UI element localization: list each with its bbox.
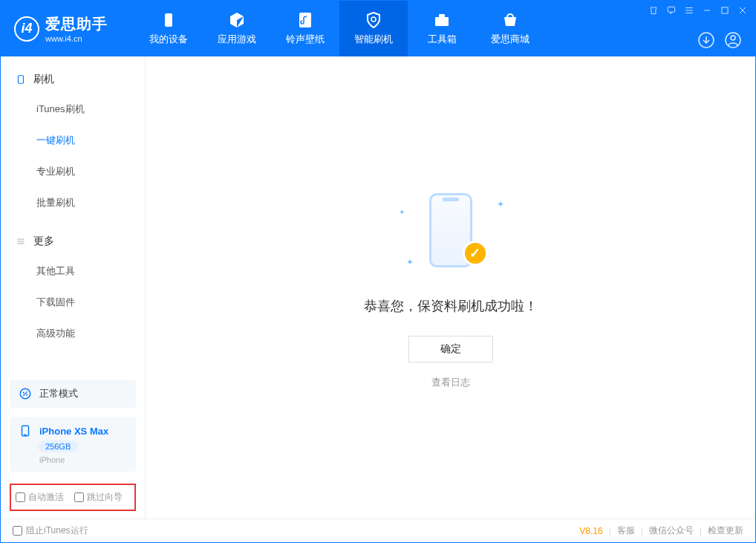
skip-wizard-checkbox[interactable]: 跳过向导 (74, 491, 123, 504)
success-message: 恭喜您，保资料刷机成功啦！ (364, 297, 538, 315)
sidebar-item-other-tools[interactable]: 其他工具 (1, 256, 145, 287)
body: 刷机 iTunes刷机 一键刷机 专业刷机 批量刷机 更多 其他工具 下载固件 … (1, 56, 755, 518)
sidebar-group-more[interactable]: 更多 (1, 227, 145, 256)
svg-rect-0 (165, 13, 172, 27)
svg-point-21 (23, 391, 25, 393)
feedback-icon[interactable] (666, 5, 677, 16)
device-name: iPhone XS Max (39, 426, 108, 437)
check-icon: ✓ (463, 241, 488, 266)
mode-label: 正常模式 (39, 387, 78, 400)
window-controls (648, 5, 748, 16)
sidebar-group-flash[interactable]: 刷机 (1, 65, 145, 94)
version-label: V8.16 (579, 526, 602, 536)
device-storage: 256GB (38, 440, 78, 452)
list-icon (16, 236, 26, 247)
svg-rect-3 (435, 17, 449, 26)
logo-title: 爱思助手 (45, 14, 108, 34)
download-icon[interactable] (697, 31, 715, 49)
menu-icon[interactable] (684, 5, 694, 16)
cube-icon (228, 11, 246, 29)
nav-tabs: 我的设备 应用游戏 铃声壁纸 智能刷机 工具箱 爱思商城 (134, 1, 544, 56)
ok-button[interactable]: 确定 (408, 336, 493, 362)
mode-card[interactable]: 正常模式 (10, 380, 136, 408)
footer-link-support[interactable]: 客服 (617, 524, 635, 537)
svg-rect-1 (299, 13, 311, 27)
app-window: i4 爱思助手 www.i4.cn 我的设备 应用游戏 铃声壁纸 智能刷机 工具… (0, 0, 756, 543)
logo-subtitle: www.i4.cn (45, 34, 108, 43)
user-icon[interactable] (724, 31, 742, 49)
sidebar-item-batch-flash[interactable]: 批量刷机 (1, 187, 145, 218)
svg-rect-5 (668, 7, 674, 12)
success-illustration: ✦ ✦ ✦ ✓ (391, 186, 510, 275)
close-icon[interactable] (737, 5, 748, 16)
footer: 阻止iTunes运行 V8.16 | 客服 | 微信公众号 | 检查更新 (1, 518, 755, 542)
phone-icon (16, 74, 26, 85)
tshirt-icon[interactable] (648, 5, 659, 16)
sidebar-item-pro-flash[interactable]: 专业刷机 (1, 156, 145, 187)
device-phone-icon (19, 424, 32, 438)
main-panel: ✦ ✦ ✦ ✓ 恭喜您，保资料刷机成功啦！ 确定 查看日志 (146, 56, 755, 518)
svg-rect-16 (19, 76, 24, 84)
nav-tab-flash[interactable]: 智能刷机 (339, 1, 408, 56)
toolbox-icon (433, 11, 451, 29)
svg-rect-4 (439, 14, 445, 17)
logo[interactable]: i4 爱思助手 www.i4.cn (1, 14, 134, 43)
mode-icon (19, 387, 32, 400)
sidebar-item-itunes-flash[interactable]: iTunes刷机 (1, 94, 145, 125)
nav-tab-device[interactable]: 我的设备 (134, 1, 203, 56)
minimize-icon[interactable] (702, 5, 712, 16)
maximize-icon[interactable] (720, 5, 730, 16)
options-box: 自动激活 跳过向导 (10, 484, 136, 511)
header-actions (697, 31, 742, 49)
nav-tab-store[interactable]: 爱思商城 (476, 1, 544, 56)
svg-point-22 (26, 394, 27, 395)
sidebar-item-advanced[interactable]: 高级功能 (1, 318, 145, 349)
auto-activate-checkbox[interactable]: 自动激活 (16, 491, 64, 504)
nav-tab-ringtone[interactable]: 铃声壁纸 (271, 1, 339, 56)
svg-point-2 (371, 17, 376, 22)
svg-rect-10 (722, 7, 728, 13)
device-card[interactable]: iPhone XS Max 256GB iPhone (10, 417, 136, 472)
block-itunes-checkbox[interactable]: 阻止iTunes运行 (13, 524, 88, 537)
footer-link-wechat[interactable]: 微信公众号 (649, 524, 694, 537)
store-icon (501, 11, 519, 29)
device-icon (160, 11, 177, 29)
music-icon (296, 11, 314, 29)
svg-point-15 (731, 36, 735, 40)
shield-icon (365, 11, 382, 29)
logo-icon: i4 (14, 16, 39, 42)
header: i4 爱思助手 www.i4.cn 我的设备 应用游戏 铃声壁纸 智能刷机 工具… (1, 1, 755, 56)
nav-tab-apps[interactable]: 应用游戏 (203, 1, 271, 56)
nav-tab-toolbox[interactable]: 工具箱 (408, 1, 476, 56)
sidebar: 刷机 iTunes刷机 一键刷机 专业刷机 批量刷机 更多 其他工具 下载固件 … (1, 56, 146, 518)
device-type: iPhone (39, 455, 65, 464)
sidebar-item-download-fw[interactable]: 下载固件 (1, 287, 145, 318)
sparkle-icon: ✦ (399, 208, 405, 216)
sparkle-icon: ✦ (497, 199, 504, 209)
footer-link-update[interactable]: 检查更新 (708, 524, 743, 537)
sparkle-icon: ✦ (406, 257, 414, 267)
view-log-link[interactable]: 查看日志 (431, 376, 470, 389)
sidebar-item-oneclick-flash[interactable]: 一键刷机 (1, 125, 145, 156)
